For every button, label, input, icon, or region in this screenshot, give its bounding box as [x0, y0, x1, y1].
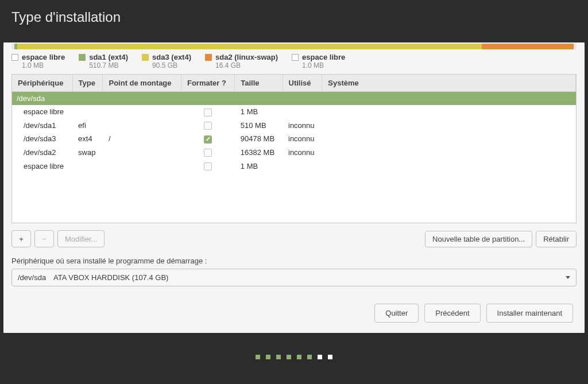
add-partition-button[interactable]: + [11, 230, 31, 247]
legend-item: sda2 (linux-swap)16.4 GB [205, 53, 278, 69]
table-row[interactable]: /dev/sda1efi510 MBinconnu [12, 119, 576, 133]
table-row[interactable]: /dev/sda2swap16382 MBinconnu [12, 146, 576, 160]
cell-mount [103, 105, 181, 119]
new-partition-table-button[interactable]: Nouvelle table de partition... [425, 231, 532, 247]
legend-size: 90.5 GB [152, 61, 191, 69]
progress-dot [328, 355, 332, 359]
legend-size: 510.7 MB [89, 61, 128, 69]
table-row[interactable]: espace libre1 MB [12, 159, 576, 173]
format-checkbox[interactable] [204, 108, 212, 117]
partition-table: Périphérique Type Point de montage Forma… [12, 75, 576, 173]
col-mount[interactable]: Point de montage [103, 75, 181, 92]
legend-label: espace libre [22, 53, 65, 61]
revert-button[interactable]: Rétablir [536, 231, 577, 247]
partition-toolbar: + − Modifier... Nouvelle table de partit… [3, 223, 585, 254]
cell-mount [103, 119, 181, 133]
legend-item: sda3 (ext4)90.5 GB [142, 53, 191, 69]
cell-device: /dev/sda3 [12, 132, 72, 146]
progress-dot [276, 355, 281, 359]
cell-device: /dev/sda2 [12, 146, 72, 160]
progress-dot [266, 355, 270, 359]
device-header-row[interactable]: /dev/sda [12, 92, 576, 106]
window-header: Type d'installation [0, 0, 588, 42]
legend-swatch-icon [79, 54, 86, 61]
table-row[interactable]: espace libre1 MB [12, 105, 576, 119]
chevron-down-icon [566, 276, 570, 279]
boot-device-value: /dev/sda ATA VBOX HARDDISK (107.4 GB) [18, 273, 168, 282]
cell-used [283, 159, 322, 173]
page-title: Type d'installation [11, 9, 577, 25]
legend-item: sda1 (ext4)510.7 MB [79, 53, 128, 69]
legend-item: espace libre1.0 MB [11, 53, 65, 69]
cell-type: ext4 [72, 132, 103, 146]
partition-table-wrap: Périphérique Type Point de montage Forma… [11, 74, 577, 223]
device-header-label: /dev/sda [12, 92, 576, 106]
cell-type: swap [72, 146, 103, 160]
main-panel: espace libre1.0 MBsda1 (ext4)510.7 MBsda… [3, 42, 585, 333]
progress-dot [318, 355, 322, 359]
cell-size: 16382 MB [235, 146, 283, 160]
legend-label: sda3 (ext4) [152, 53, 191, 61]
legend-label: espace libre [302, 53, 345, 61]
cell-device: /dev/sda1 [12, 119, 72, 133]
progress-dot [287, 355, 291, 359]
legend-swatch-icon [11, 54, 18, 61]
progress-dot [307, 355, 312, 359]
cell-size: 1 MB [235, 105, 283, 119]
col-type[interactable]: Type [72, 75, 103, 92]
quit-button[interactable]: Quitter [374, 304, 419, 323]
cell-device: espace libre [12, 105, 72, 119]
format-checkbox[interactable] [204, 149, 212, 157]
cell-system [322, 159, 576, 173]
cell-system [322, 105, 576, 119]
cell-device: espace libre [12, 159, 72, 173]
modify-partition-button[interactable]: Modifier... [57, 230, 105, 247]
cell-size: 90478 MB [235, 132, 283, 146]
legend-swatch-icon [205, 54, 212, 61]
col-device[interactable]: Périphérique [12, 75, 72, 92]
cell-mount [103, 159, 181, 173]
col-format[interactable]: Formater ? [181, 75, 234, 92]
cell-type [72, 159, 103, 173]
partition-legend: espace libre1.0 MBsda1 (ext4)510.7 MBsda… [3, 49, 585, 74]
cell-system [322, 119, 576, 133]
legend-size: 1.0 MB [302, 61, 345, 69]
col-system[interactable]: Système [322, 75, 576, 92]
remove-partition-button[interactable]: − [34, 230, 54, 247]
cell-system [322, 146, 576, 160]
cell-type: efi [72, 119, 103, 133]
format-checkbox[interactable] [204, 162, 212, 170]
legend-size: 16.4 GB [215, 61, 278, 69]
cell-size: 1 MB [235, 159, 283, 173]
cell-mount [103, 146, 181, 160]
table-row[interactable]: /dev/sda3ext4/90478 MBinconnu [12, 132, 576, 146]
format-checkbox[interactable] [204, 122, 212, 130]
col-size[interactable]: Taille [235, 75, 283, 92]
partition-bar [11, 42, 577, 49]
legend-label: sda2 (linux-swap) [215, 53, 278, 61]
cell-system [322, 132, 576, 146]
format-checkbox[interactable] [204, 135, 212, 143]
cell-used [283, 105, 322, 119]
install-now-button[interactable]: Installer maintenant [486, 304, 573, 323]
cell-size: 510 MB [235, 119, 283, 133]
legend-swatch-icon [292, 54, 299, 61]
progress-indicator [0, 333, 588, 381]
cell-used: inconnu [283, 132, 322, 146]
progress-dot [256, 355, 260, 359]
col-used[interactable]: Utilisé [283, 75, 322, 92]
partition-segment-free2 [574, 44, 577, 49]
legend-label: sda1 (ext4) [89, 53, 128, 61]
legend-size: 1.0 MB [22, 61, 65, 69]
partition-segment-sda2 [482, 44, 574, 49]
partition-segment-sda3 [17, 44, 482, 49]
progress-dot [297, 355, 301, 359]
legend-swatch-icon [142, 54, 149, 61]
cell-mount: / [103, 132, 181, 146]
cell-used: inconnu [283, 146, 322, 160]
footer-buttons: Quitter Précédent Installer maintenant [3, 294, 585, 333]
back-button[interactable]: Précédent [424, 304, 480, 323]
legend-item: espace libre1.0 MB [292, 53, 345, 69]
boot-device-select[interactable]: /dev/sda ATA VBOX HARDDISK (107.4 GB) [11, 269, 577, 286]
cell-used: inconnu [283, 119, 322, 133]
